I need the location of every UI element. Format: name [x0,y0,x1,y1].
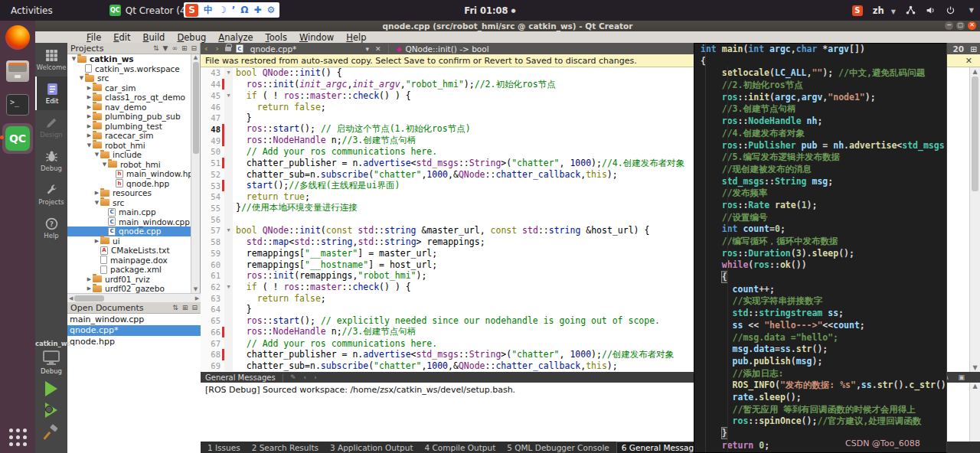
expand-arrow-icon[interactable]: ▼ [70,56,77,62]
chevron-down-icon[interactable]: ▾ [365,45,369,53]
output-pane-button[interactable]: 5 QML Debugger Console [502,442,614,453]
tree-item[interactable]: ▶ plumbing_test [67,122,191,132]
next-item-icon[interactable]: › [314,373,317,381]
forward-icon[interactable]: › [211,44,222,54]
menu-edit[interactable]: Edit [108,32,136,43]
menu-window[interactable]: Window [294,32,339,43]
link-icon[interactable]: ∞ [172,44,178,52]
open-doc-item[interactable]: qnode.hpp [67,336,201,347]
tree-item[interactable]: ▶ plumbing_pub_sub [67,112,191,122]
expand-arrow-icon[interactable]: ▼ [93,152,100,158]
open-doc-item[interactable]: main_window.cpp [67,314,201,325]
tree-item[interactable]: catkin_ws.workspace [67,64,191,74]
kit-monitor-icon[interactable] [42,350,60,366]
dock-terminal[interactable]: >_ [2,90,33,120]
sogou-icon[interactable]: S [852,5,863,16]
expand-arrow-icon[interactable]: ▶ [93,190,100,196]
expand-arrow-icon[interactable]: ▶ [86,285,93,292]
menu-file[interactable]: File [81,32,106,43]
tree-item[interactable]: hqnode.hpp [67,179,191,189]
tree-item[interactable]: Cmain.cpp [67,207,191,217]
tree-item[interactable]: Cqnode.cpp [67,226,191,236]
messages-vertical-scrollbar[interactable]: ▲ [969,383,980,442]
window-title-bar[interactable]: qnode.cpp (src/robot_hmi/src @ catkin_ws… [35,21,980,31]
code-preview-popup[interactable]: int main(int argc,char *argv[]){ setloca… [694,43,947,453]
expand-arrow-icon[interactable]: ▶ [86,123,93,129]
tree-item[interactable]: package.xml [67,265,191,275]
symbol-combobox[interactable]: ◆ QNode::init() -> bool [388,44,488,54]
open-doc-item[interactable]: qnode.cpp* [67,325,201,337]
clock[interactable]: Fri 01:08● [0,5,980,16]
menu-help[interactable]: Help [341,32,371,43]
expand-arrow-icon[interactable]: ▶ [86,132,93,139]
tree-item[interactable]: ▶ nav_demo [67,103,191,112]
mode-welcome[interactable]: Welcome [35,43,67,77]
output-pane-button[interactable]: 3 Application Output [325,442,418,453]
fold-marker-icon[interactable]: ▼ [224,225,233,236]
tree-item[interactable]: ▼ include [67,150,191,160]
output-pane-button[interactable]: 2 Search Results [247,442,323,453]
tree-item[interactable]: ▼ catkin_ws [67,54,191,64]
close-panel-icon[interactable]: ⊟ [191,44,197,52]
sync-icon[interactable]: ⇅ [153,44,159,52]
expand-arrow-icon[interactable]: ▶ [86,276,93,282]
menu-debug[interactable]: Debug [172,32,211,43]
tree-vertical-scrollbar[interactable]: ▲▼ [191,54,200,293]
close-panel-icon[interactable]: ▣ [958,373,965,381]
expand-arrow-icon[interactable]: ▶ [86,85,93,91]
chevron-down-icon[interactable]: ▼ [969,7,974,14]
kit-selector[interactable]: catkin_ws Debug [35,340,67,442]
fold-marker-icon[interactable]: ▼ [224,282,233,293]
tree-item[interactable]: ▶ racecar_sim [67,131,191,141]
expand-arrow-icon[interactable]: ▼ [101,161,108,168]
close-button[interactable]: ✕ [968,21,976,30]
tree-item[interactable]: ▶ car_sim [67,83,191,93]
tree-item[interactable]: Cmain_window.cpp [67,217,191,227]
network-icon[interactable] [906,5,916,15]
expand-arrow-icon[interactable]: ▼ [93,200,100,206]
tree-item[interactable]: mainpage.dox [67,256,191,266]
tree-item[interactable]: ▼ src [67,73,191,83]
close-infobar-icon[interactable]: ✕ [965,56,975,66]
mode-edit[interactable]: Edit [35,77,67,110]
expand-arrow-icon[interactable]: ▼ [86,142,93,148]
fold-marker-icon[interactable]: ▼ [224,67,233,79]
mode-debug[interactable]: Debug [35,144,67,178]
expand-arrow-icon[interactable]: ▶ [86,94,93,100]
show-applications-button[interactable] [0,422,35,451]
run-button[interactable] [45,381,57,396]
tree-item[interactable]: ACMakeLists.txt [67,246,191,256]
tab-filename[interactable]: qnode.cpp* [250,44,297,54]
tree-item[interactable]: ▼ robot_hmi [67,141,191,151]
menu-analyze[interactable]: Analyze [213,32,258,43]
minimize-button[interactable]: − [945,21,953,30]
maximize-button[interactable]: ▢ [956,21,965,30]
power-icon[interactable] [946,5,956,15]
previous-item-icon[interactable]: ‹ [304,373,307,381]
dock-firefox[interactable] [2,22,33,53]
mode-projects[interactable]: Projects [35,178,67,211]
tree-item[interactable]: hmain_window.hpp [67,169,191,179]
sort-icon[interactable]: ⇅ [172,304,178,311]
dock-qt-creator[interactable]: QC [2,123,33,154]
fold-marker-icon[interactable]: ▼ [224,90,233,101]
editor-vertical-scrollbar[interactable]: ▲▼ [969,67,980,372]
split-icon[interactable]: ⊞ [182,304,188,311]
system-tray[interactable]: S zh ▼ ▼ [852,0,974,21]
volume-icon[interactable] [926,5,936,15]
tree-item[interactable]: ▶ urdf02_gazebo [67,284,191,293]
filter-icon[interactable]: ▼ [162,44,168,52]
tree-item[interactable]: ▶ ui [67,236,191,246]
expand-arrow-icon[interactable]: ▼ [78,75,85,81]
dock-files[interactable] [2,56,33,86]
tree-item[interactable]: ▶ class1_ros_qt_demo [67,93,191,103]
menu-tools[interactable]: Tools [260,32,292,43]
expand-arrow-icon[interactable]: ▶ [93,238,100,244]
back-icon[interactable]: ‹ [201,44,211,54]
tree-item[interactable]: ▶ resources [67,188,191,198]
output-pane-button[interactable]: 1 Issues [203,442,245,453]
split-editor-icon[interactable]: ⊞ [970,44,977,54]
tree-item[interactable]: ▼ src [67,198,191,208]
output-pane-button[interactable]: 4 Compile Output [420,442,501,453]
run-debug-button[interactable] [45,402,57,418]
